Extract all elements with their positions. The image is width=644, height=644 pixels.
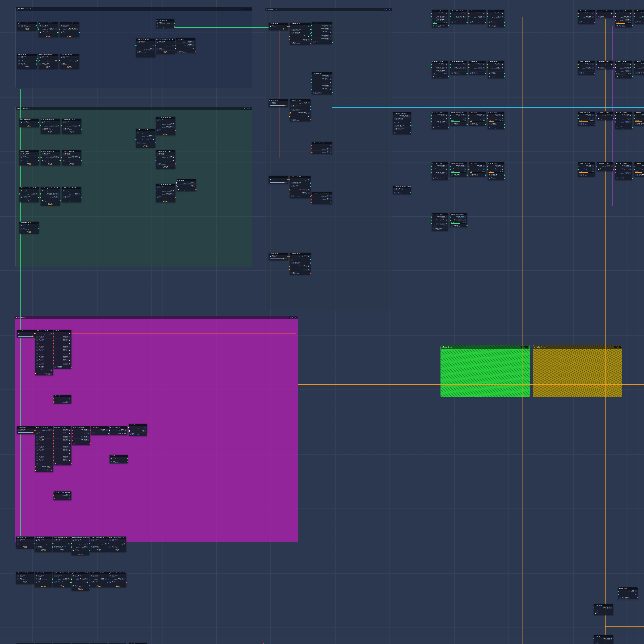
node-virus-extractor[interactable]: ✱Virus ExtractorClock Speed2.39e43Hz▦Tex… <box>578 10 595 24</box>
layout-icon[interactable]: ▦ <box>292 316 294 319</box>
port[interactable] <box>53 453 54 454</box>
port[interactable] <box>71 578 72 580</box>
slider-knob[interactable] <box>283 28 285 30</box>
port[interactable] <box>618 591 619 592</box>
port[interactable] <box>468 16 469 17</box>
node-enhancer[interactable]: ▲EnhancerClock Speed2.39e43Hz▦Program ▣★… <box>634 162 644 177</box>
port[interactable] <box>615 70 616 72</box>
upgrade-button[interactable]: Upgrade$ 831as <box>39 66 58 69</box>
port[interactable] <box>613 169 614 170</box>
node-torrent-downloader[interactable]: ∞Torrent DownloaderDownload Speed8.71e41… <box>450 162 467 177</box>
port[interactable] <box>504 124 505 125</box>
port[interactable] <box>126 582 127 583</box>
layout-icon[interactable]: ▦ <box>386 9 388 11</box>
node-virus-scanner[interactable]: ✱Virus ScannerClock Speed2.39e43Hz▦Sound… <box>488 111 505 129</box>
palette-icon[interactable]: ◐ <box>521 346 523 348</box>
port[interactable] <box>311 195 312 196</box>
upgrade-button[interactable]: Upgrade$ 398as <box>41 131 60 134</box>
port[interactable] <box>287 26 289 27</box>
node-torrent-downloader[interactable]: ∞Torrent DownloaderDownload Speed8.71e41… <box>450 10 467 24</box>
upgrade-button[interactable]: Upgrade$ 6.64at <box>16 581 34 584</box>
port[interactable] <box>487 13 488 14</box>
port[interactable] <box>310 196 311 197</box>
port[interactable] <box>109 433 110 434</box>
port[interactable] <box>468 13 469 14</box>
upgrade-button[interactable]: Upgrade$ 1.66at <box>62 162 81 166</box>
node-gpu-assembler-mk-109[interactable]: ◉GPU Assembler Mk.109⚙Work Speed8.31ag/s… <box>156 184 175 202</box>
port[interactable] <box>450 169 451 170</box>
port[interactable] <box>287 256 289 257</box>
node-encrypted-torrent-browser[interactable]: ◆Encrypted Torrent Browser∞Text Torrent … <box>393 185 411 194</box>
port[interactable] <box>450 217 451 218</box>
node-torrent-downloader[interactable]: ∞Torrent DownloaderDownload Speed8.71e41… <box>450 111 467 126</box>
port[interactable] <box>53 495 54 496</box>
edit-icon[interactable]: ✎ <box>294 316 297 319</box>
port[interactable] <box>596 13 597 14</box>
port[interactable] <box>504 175 505 176</box>
port[interactable] <box>71 463 72 464</box>
node-wafer-cutter-mk-101[interactable]: ⚒Wafer Cutter Mk.101⚙Work Speed16.6ag/sW… <box>62 187 81 202</box>
port[interactable] <box>35 466 36 468</box>
palette-icon[interactable]: ◐ <box>243 8 245 10</box>
node-metal-press-mk-95[interactable]: ▦Metal Press Mk.95⚙Work Speed266ag/sCopp… <box>38 53 58 69</box>
port[interactable] <box>615 169 616 170</box>
port[interactable] <box>593 638 594 639</box>
port[interactable] <box>431 169 432 170</box>
port[interactable] <box>311 82 312 83</box>
upgrade-button[interactable]: Upgrade$ 332as <box>19 124 39 127</box>
node-overclocker[interactable]: ◉Overclocker◉Overclock519.17% <box>17 330 35 338</box>
port[interactable] <box>72 433 73 434</box>
port[interactable] <box>487 115 488 116</box>
port[interactable] <box>310 119 311 120</box>
node-enhancer[interactable]: ▲EnhancerClock Speed2.39e43Hz▦Image ▣★♞◇… <box>634 61 644 75</box>
port[interactable] <box>596 166 597 167</box>
port[interactable] <box>450 64 451 65</box>
node-virus-extractor[interactable]: ✱Virus ExtractorClock Speed2.39e43Hz▦Sou… <box>578 111 595 126</box>
node-torrent-filter[interactable]: ▽Torrent FilterDownload Speed8.71e41bps⇓… <box>431 61 448 78</box>
port[interactable] <box>53 436 54 437</box>
port[interactable] <box>311 145 312 146</box>
port[interactable] <box>431 217 432 218</box>
port[interactable] <box>504 22 505 23</box>
node-thermal-field-generator[interactable]: ♨Thermal Field GeneratorHeat136.00/181.0… <box>312 192 333 204</box>
port[interactable] <box>431 220 432 221</box>
node-torrent-filter[interactable]: ▽Torrent FilterDownload Speed8.71e41bps⇓… <box>431 213 448 231</box>
port[interactable] <box>289 39 290 40</box>
port[interactable] <box>615 166 616 167</box>
port[interactable] <box>504 178 505 179</box>
port[interactable] <box>632 25 633 26</box>
port[interactable] <box>578 169 579 170</box>
slider-knob[interactable] <box>283 105 285 106</box>
overclock-slider[interactable] <box>18 336 34 337</box>
upgrade-button[interactable]: Upgrade$ 1.66at <box>156 166 175 169</box>
upgrade-button[interactable]: Upgrade$ 415as <box>17 27 37 31</box>
upgrade-button[interactable]: Upgrade$ 1.66at <box>71 587 89 591</box>
port[interactable] <box>53 340 54 341</box>
upgrade-button[interactable]: Upgrade$ 415as <box>62 131 81 134</box>
node-virus-scanner[interactable]: ✱Virus ScannerClock Speed2.39e43Hz▦Image… <box>488 61 505 78</box>
port[interactable] <box>578 16 579 17</box>
node-gpu-cluster-mk-48[interactable]: ◉GPU Cluster Mk.48GPU3.79ah [64.9af/s]◉◉… <box>35 330 53 375</box>
node-decryptor[interactable]: ◆DecryptorClock Speed2.39e43Hz▦Text ★◆87… <box>469 10 486 24</box>
port[interactable] <box>72 430 73 431</box>
port[interactable] <box>127 458 128 459</box>
port[interactable] <box>35 370 36 371</box>
node-manipulate-virus[interactable]: ✱Manipulate VirusVirus4.36ag [87.1ag/s]✱… <box>597 111 614 120</box>
port[interactable] <box>108 578 109 580</box>
upgrade-button[interactable]: Upgrade$ 1.66at <box>35 549 52 552</box>
node-overclocker[interactable]: ◉Overclocker◉Overclock415.98% <box>269 252 288 260</box>
node-wafer-synthesizer-mk-105[interactable]: ▩Wafer Synthesizer Mk.105⚙Work Speed33.2… <box>71 572 89 591</box>
port[interactable] <box>332 42 333 43</box>
node-pcb-solder-mk-106[interactable]: ⚒PCB Solder Mk.106⚙Work Speed33.2ag/sPla… <box>136 129 155 148</box>
port[interactable] <box>615 20 616 21</box>
node-gpu-synchronizer[interactable]: ♻GPU SynchronizerGPU Speed2.37e42Hz◉GPU … <box>53 330 71 369</box>
node-thermal-field-generator[interactable]: ♨Thermal Field GeneratorHeat136.00/181.0… <box>312 142 333 154</box>
port[interactable] <box>90 430 91 431</box>
port[interactable] <box>634 115 635 116</box>
edit-icon[interactable]: ✎ <box>619 346 621 348</box>
port[interactable] <box>594 124 596 125</box>
port[interactable] <box>311 25 312 26</box>
port[interactable] <box>72 436 73 437</box>
port[interactable] <box>632 76 633 77</box>
port[interactable] <box>450 166 451 167</box>
